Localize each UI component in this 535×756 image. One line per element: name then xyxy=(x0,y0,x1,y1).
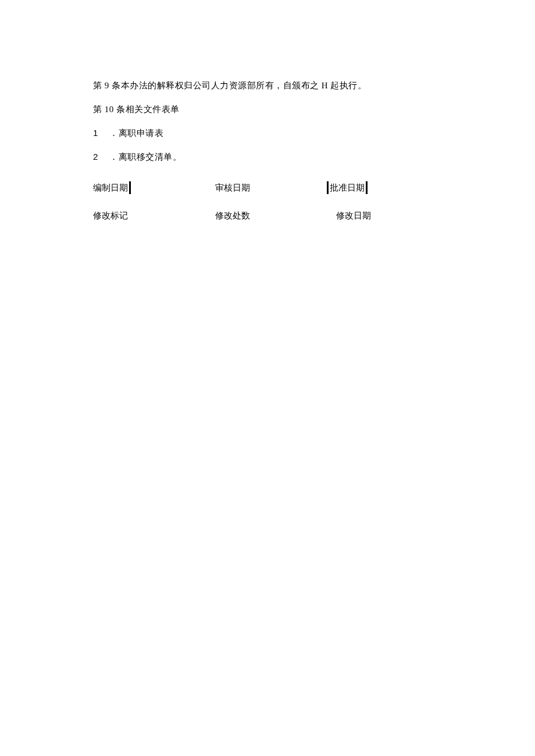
list-text: ．离职申请表 xyxy=(109,128,163,138)
modify-mark-cell: 修改标记 xyxy=(93,210,215,221)
modify-count-cell: 修改处数 xyxy=(215,210,326,221)
cursor-bar-icon xyxy=(129,181,131,194)
approve-date-cell: 批准日期 xyxy=(326,181,369,194)
list-item: 2 ．离职移交清单。 xyxy=(93,150,454,164)
article-10: 第 10 条相关文件表单 xyxy=(93,102,454,116)
list-text: ．离职移交清单。 xyxy=(109,152,181,162)
review-date-cell: 审核日期 xyxy=(215,182,326,194)
modify-date-label: 修改日期 xyxy=(336,210,371,221)
list-number: 1 xyxy=(93,126,107,140)
modify-mark-label: 修改标记 xyxy=(93,210,128,221)
cursor-bar-icon xyxy=(327,181,329,194)
article-9: 第 9 条本办法的解释权归公司人力资源部所有，自颁布之 H 起执行。 xyxy=(93,78,454,92)
document-body: 第 9 条本办法的解释权归公司人力资源部所有，自颁布之 H 起执行。 第 10 … xyxy=(93,78,454,221)
list-item: 1 ．离职申请表 xyxy=(93,126,454,140)
modify-date-cell: 修改日期 xyxy=(336,210,371,221)
date-row-1: 编制日期 审核日期 批准日期 xyxy=(93,181,454,194)
compile-date-cell: 编制日期 xyxy=(93,181,215,194)
list-number: 2 xyxy=(93,150,107,164)
cursor-bar-icon xyxy=(366,181,368,194)
date-row-2: 修改标记 修改处数 修改日期 xyxy=(93,210,454,221)
approve-date-label: 批准日期 xyxy=(330,182,365,194)
review-date-label: 审核日期 xyxy=(215,182,250,194)
modify-count-label: 修改处数 xyxy=(215,210,250,221)
compile-date-label: 编制日期 xyxy=(93,182,128,194)
